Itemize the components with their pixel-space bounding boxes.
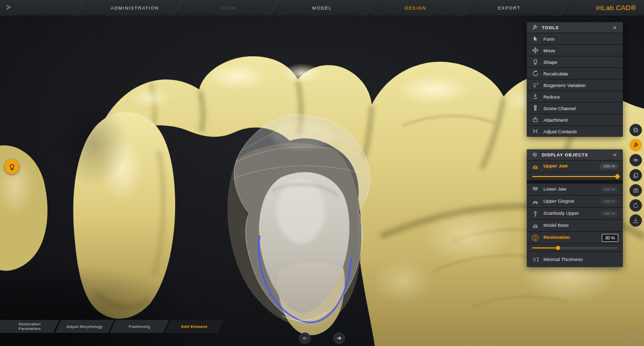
tool-item-shape[interactable]: Shape [527, 56, 623, 67]
tool-item-label: Shape [543, 59, 557, 65]
tool-item-adjust-contacts[interactable]: Adjust Contacts [527, 126, 623, 137]
layers-icon [531, 151, 538, 158]
restoration-opacity-input[interactable]: 30 % [602, 234, 618, 242]
tool-item-recalculate[interactable]: Recalculate [527, 68, 623, 79]
export-save-icon[interactable] [629, 214, 642, 227]
nav-design[interactable]: DESIGN [369, 0, 462, 16]
step-restoration-parameters[interactable]: Restoration Parameters [0, 320, 59, 333]
tools-panel-title: TOOLS [542, 25, 607, 30]
display-item-label: Scanbody Upper [543, 211, 579, 216]
display-panel-title: DISPLAY OBJECTS [542, 152, 607, 157]
recalculate-icon [531, 70, 539, 77]
minimal-thickness-icon [531, 256, 539, 264]
wrench-icon [531, 24, 538, 31]
display-item-upper-jaw[interactable]: Upper Jaw 100 % [527, 160, 623, 172]
tool-item-label: Reduce [543, 94, 560, 100]
next-step-icon[interactable] [334, 332, 345, 344]
tool-item-reduce[interactable]: Reduce [527, 91, 623, 102]
tool-item-label: Biogeneric Variation [543, 82, 586, 88]
shape-icon [531, 58, 539, 66]
lower-jaw-opacity-value: 100 % [600, 186, 618, 193]
upper-gingiva-icon [531, 198, 539, 205]
display-objects-panel: DISPLAY OBJECTS Upper Jaw 100 % [527, 149, 623, 267]
reduce-icon [531, 93, 539, 101]
step-label: Restoration Parameters [10, 322, 49, 331]
stack-icon[interactable] [629, 124, 642, 136]
screw-channel-icon [531, 105, 539, 112]
brand-title: inLab CAD® [596, 0, 636, 16]
step-edit-element[interactable]: Edit Element [165, 320, 224, 333]
tool-item-label: Screw Channel [543, 106, 576, 111]
display-item-label: Model Base [543, 223, 569, 228]
step-positioning[interactable]: Positioning [110, 320, 169, 333]
step-nav-arrows [299, 332, 345, 344]
tool-item-label: Recalculate [543, 71, 569, 76]
step-label: Edit Element [181, 324, 207, 329]
display-item-restoration[interactable]: Restoration 30 % [527, 232, 623, 243]
step-label: Adjust Morphology [66, 324, 102, 329]
form-icon [531, 35, 539, 43]
display-item-label: Restoration [543, 235, 570, 240]
tool-item-biogeneric-variation[interactable]: Biogeneric Variation [527, 79, 623, 91]
display-item-label: Minimal Thickness [543, 257, 583, 263]
adjust-contacts-icon [531, 128, 539, 135]
attachment-icon [531, 116, 539, 124]
app-window: ADMINISTRATION SCAN MODEL DESIGN EXPORT … [0, 0, 644, 346]
upper-gingiva-opacity-value: 100 % [600, 198, 618, 205]
move-icon [531, 47, 539, 54]
display-item-label: Upper Gingiva [543, 199, 574, 204]
previous-step-icon[interactable] [299, 332, 311, 344]
display-panel-header: DISPLAY OBJECTS [527, 149, 623, 160]
tools-close-icon[interactable] [611, 24, 619, 32]
copy-pages-icon[interactable] [629, 169, 642, 182]
tools-panel: TOOLS Form Move [527, 22, 623, 137]
display-item-scanbody-upper[interactable]: Scanbody Upper 100 % [527, 208, 623, 219]
step-adjust-morphology[interactable]: Adjust Morphology [55, 320, 114, 333]
tools-rail-wrench-icon[interactable] [629, 139, 642, 151]
tool-item-attachment[interactable]: Attachment [527, 114, 623, 125]
scanbody-opacity-value: 100 % [600, 210, 618, 217]
upper-jaw-opacity-slider[interactable] [527, 172, 623, 180]
eye-icon[interactable] [629, 154, 642, 166]
display-close-icon[interactable] [611, 151, 619, 159]
nav-scan[interactable]: SCAN [182, 0, 275, 16]
step-label: Positioning [129, 324, 150, 329]
tools-panel-header: TOOLS [527, 22, 623, 33]
app-logo-icon [5, 4, 13, 11]
restoration-icon [531, 234, 539, 241]
biogeneric-variation-icon [531, 81, 539, 89]
upper-jaw-opacity-value: 100 % [600, 163, 618, 169]
tool-item-label: Form [543, 36, 554, 42]
display-item-label: Upper Jaw [543, 163, 568, 169]
nav-export[interactable]: EXPORT [462, 0, 556, 16]
display-item-lower-jaw[interactable]: Lower Jaw 100 % [527, 184, 623, 195]
main-nav: ADMINISTRATION SCAN MODEL DESIGN EXPORT [88, 0, 556, 16]
nav-model[interactable]: MODEL [275, 0, 369, 16]
tool-item-label: Adjust Contacts [543, 129, 577, 134]
display-item-label: Lower Jaw [543, 187, 566, 192]
camera-icon[interactable] [629, 184, 642, 197]
upper-jaw-icon [531, 162, 539, 170]
right-toolbar [629, 124, 642, 227]
tooth-indicator-badge[interactable] [5, 159, 19, 174]
restoration-opacity-slider[interactable] [527, 244, 623, 251]
tool-item-label: Attachment [543, 117, 568, 123]
top-bar: ADMINISTRATION SCAN MODEL DESIGN EXPORT … [0, 0, 644, 16]
display-item-model-base[interactable]: Model Base [527, 220, 623, 231]
tool-item-label: Move [543, 48, 555, 53]
model-base-icon [531, 222, 539, 229]
reset-view-icon[interactable] [629, 199, 642, 212]
tool-item-move[interactable]: Move [527, 45, 623, 56]
tool-item-form[interactable]: Form [527, 33, 623, 44]
nav-administration[interactable]: ADMINISTRATION [88, 0, 182, 16]
scanbody-icon [531, 210, 539, 217]
display-item-minimal-thickness[interactable]: Minimal Thickness [527, 252, 623, 267]
feedback-chat-icon[interactable] [628, 334, 637, 343]
tool-item-screw-channel[interactable]: Screw Channel [527, 103, 623, 114]
step-bar: Restoration Parameters Adjust Morphology… [0, 320, 224, 333]
lower-jaw-icon [531, 186, 539, 193]
display-item-upper-gingiva[interactable]: Upper Gingiva 100 % [527, 196, 623, 207]
